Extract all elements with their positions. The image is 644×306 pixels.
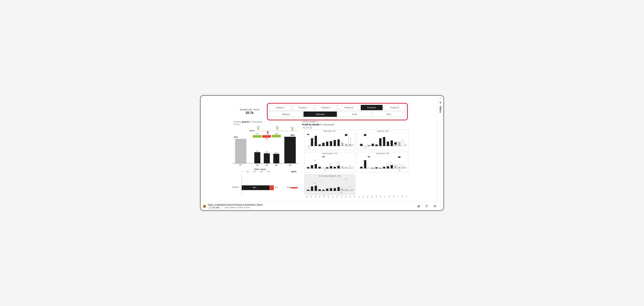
slicer-product-2[interactable]: Product 2 <box>292 105 314 110</box>
profit-row-label: Product 5 <box>232 186 239 188</box>
filters-label: Filters <box>439 106 442 113</box>
svg-rect-6 <box>426 206 427 207</box>
chevron-up-icon: ⌃ <box>429 205 430 207</box>
profit-chart-title: Profit - Actual <box>254 168 266 170</box>
month-chart-sub: PL, FC, AC <box>303 127 312 129</box>
chevron-down-icon: ⌄ <box>440 205 441 207</box>
expand-button[interactable]: ⌄ <box>440 205 441 207</box>
py-value: 170.4 <box>234 136 238 138</box>
live-data-button[interactable]: Live data ⌃ <box>208 206 223 209</box>
add-grid-icon <box>434 205 436 207</box>
slicer-region-west[interactable]: West <box>372 112 406 117</box>
sm-panel-2[interactable]: Small business : 37.8 2.2 8.1 -1.2 1.4 <box>304 152 355 172</box>
profit-ticks: 050k100k150k200k <box>242 171 270 172</box>
month-axis-left: JanFebMarAprMayJunJulAugSepOctNovDec <box>306 195 355 198</box>
product-slicer: Product 1 Product 2 Product 3 Product 4 … <box>268 104 407 110</box>
filters-icon <box>439 102 442 104</box>
month-axis-right: JanFebMarAprMayJunJulAugSepOctNovDec <box>358 195 407 198</box>
month-small-multiples[interactable]: Mid-market : 89.7 18.7 -1.4 3.5Enterpris… <box>304 130 408 195</box>
sm-panel-4[interactable]: Ø 4 Customer Segments : 55.2 2.0 9.4 -0.… <box>304 174 355 195</box>
profit-dpy-label: ΔPY% <box>291 171 296 172</box>
insert-button[interactable] <box>434 205 436 207</box>
filters-pane[interactable]: « Filters <box>437 96 444 202</box>
chevron-up-icon: ⌃ <box>421 205 422 207</box>
svg-rect-0 <box>439 102 441 102</box>
ac-value: 196.0 <box>290 134 294 136</box>
slicer-product-5[interactable]: Product 5 <box>361 105 383 110</box>
slicer-highlight: Product 1 Product 2 Product 3 Product 4 … <box>267 103 408 120</box>
sm-panel-1[interactable]: Enterprise : 59.8 4.1 16.2 -3.4 0.6 <box>357 130 408 150</box>
report-title-link[interactable]: Demo - Embedding Power BI Reports in Pow… <box>208 203 263 206</box>
svg-rect-8 <box>434 206 435 207</box>
svg-rect-9 <box>435 206 436 207</box>
data-options-button[interactable]: ⌃ <box>417 205 422 207</box>
inforiver-label: Inforiver analytics + <box>302 121 318 123</box>
slicer-product-6[interactable]: Product 6 <box>384 105 406 110</box>
filters-collapse-icon[interactable]: « <box>440 97 441 100</box>
slicer-product-3[interactable]: Product 3 <box>315 105 337 110</box>
slicer-region-northeast[interactable]: Northeast <box>304 112 337 117</box>
profit-chart[interactable]: Profit - Actual 050k100k150k200k ΔPY% Pr… <box>232 168 298 195</box>
svg-rect-4 <box>418 205 419 207</box>
chevron-up-icon: ⌃ <box>220 206 222 208</box>
kpi-value: 20.7k <box>237 111 262 115</box>
svg-rect-7 <box>434 205 435 206</box>
slicer-product-4[interactable]: Product 4 <box>338 105 360 110</box>
svg-rect-5 <box>419 205 420 207</box>
svg-rect-1 <box>440 103 441 103</box>
slicer-product-1[interactable]: Product 1 <box>269 105 291 110</box>
bar-chart-icon <box>417 205 420 207</box>
footer-bar: Demo - Embedding Power BI Reports in Pow… <box>200 202 444 210</box>
month-chart-title: Profit by Month in Thousands <box>302 123 334 126</box>
sm-panel-3[interactable]: Government : 33.5 3.2 15.0 -2.3 2.4 <box>357 152 408 172</box>
py-bar <box>235 139 246 163</box>
paint-icon <box>426 205 428 207</box>
svg-rect-2 <box>440 103 441 104</box>
svg-rect-3 <box>418 206 418 207</box>
kpi-title: Quantity sold - Actual <box>237 108 262 111</box>
style-options-button[interactable]: ⌃ <box>426 205 430 207</box>
quarter-chart[interactable]: ΔPY% +50.7 -22.4 +48.1 +15.1 170.4 196.0… <box>232 127 298 166</box>
slicer-region-south[interactable]: South <box>338 112 371 117</box>
region-slicer: Midwest Northeast South West <box>268 112 407 118</box>
powerbi-icon <box>203 205 206 207</box>
slicer-region-midwest[interactable]: Midwest <box>269 112 302 117</box>
data-updated-label: Data updated on 2/9/24, 6:49 pm <box>225 206 250 208</box>
sm-panel-0[interactable]: Mid-market : 89.7 18.7 -1.4 3.5 <box>304 130 355 150</box>
ac-bar <box>284 137 296 163</box>
quarter-chart-title: Profit by Quarter in Thousands PY, AC <box>234 121 262 126</box>
check-icon <box>210 206 212 208</box>
